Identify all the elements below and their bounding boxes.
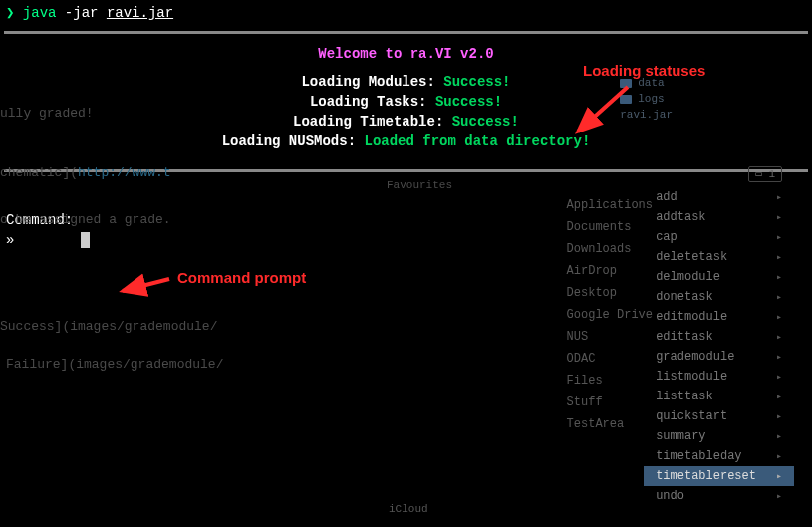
loading-status: Success! [443,74,510,90]
ghost-text: ully graded! [0,106,94,121]
chevron-right-icon: ▸ [776,271,782,283]
chevron-right-icon: ▸ [776,251,782,263]
loading-row: Loading Timetable: Success! [0,112,812,132]
svg-line-1 [578,87,628,132]
ghost-menu-item: grademodule▸ [644,347,794,367]
chevron-right-icon: ▸ [776,291,782,303]
chevron-right-icon: ▸ [776,450,782,462]
loading-label: Loading Tasks: [310,94,427,110]
ghost-menu-item: summary▸ [644,426,794,446]
loading-row: Loading Tasks: Success! [0,92,812,112]
loading-status: Success! [452,114,519,130]
svg-line-3 [123,279,169,291]
ghost-menu-item-highlighted: timetablereset▸ [644,466,794,486]
ghost-favourites-label: Favourites [387,179,452,191]
loading-label: Loading NUSMods: [222,133,356,149]
ghost-menu-item: timetableday▸ [644,446,794,466]
ghost-text: Success](images/grademodule/ [0,319,217,334]
command-flag: -jar [65,5,99,21]
annotation-command-prompt: Command prompt [177,269,306,286]
chevron-right-icon: ▸ [776,311,782,323]
chevron-right-icon: ▸ [776,430,782,442]
chevron-right-icon: ▸ [776,191,782,203]
command-prompt-symbol: » [6,232,14,248]
ghost-menu-item: listtask▸ [644,387,794,406]
ghost-menu-item: addtask▸ [644,207,794,227]
loading-status-block: Loading Modules: Success! Loading Tasks:… [0,72,812,151]
loading-row: Loading NUSMods: Loaded from data direct… [0,132,812,151]
loading-status: Success! [435,94,502,110]
ghost-text: Failure](images/grademodule/ [6,357,223,372]
command-jar-file: ravi.jar [107,5,173,21]
command-invocation-line: ❯ java -jar ravi.jar [0,0,812,25]
cursor [81,232,90,248]
ghost-menu-item: listmodule▸ [644,367,794,387]
ghost-menu-item: editmodule▸ [644,307,794,327]
ghost-menu-item: edittask▸ [644,327,794,347]
ghost-menu-item: quickstart▸ [644,406,794,426]
ghost-menu-item: cap▸ [644,227,794,247]
ghost-menu-item: add▸ [644,187,794,207]
chevron-right-icon: ▸ [776,490,782,502]
chevron-right-icon: ▸ [776,410,782,422]
chevron-right-icon: ▸ [776,211,782,223]
loading-label: Loading Modules: [301,74,434,90]
shell-prompt-symbol: ❯ [6,5,14,21]
ghost-icloud-label: iCloud [389,503,428,515]
ghost-text: o be assigned a grade. [0,212,171,227]
ghost-menu-item: delmodule▸ [644,267,794,287]
horizontal-rule-top [4,31,808,34]
arrow-icon [568,82,638,141]
ghost-menu-item: undo▸ [644,486,794,506]
ghost-context-menu: add▸ addtask▸ cap▸ deletetask▸ delmodule… [644,187,794,506]
chevron-right-icon: ▸ [776,231,782,243]
ghost-text: chematic](http://www.t [0,165,171,180]
loading-label: Loading Timetable: [293,114,443,130]
annotation-loading-statuses: Loading statuses [583,62,705,79]
chevron-right-icon: ▸ [776,351,782,363]
command-executable: java [23,5,57,21]
chevron-right-icon: ▸ [776,470,782,482]
chevron-right-icon: ▸ [776,391,782,402]
chevron-right-icon: ▸ [776,331,782,343]
arrow-icon [115,271,174,301]
chevron-right-icon: ▸ [776,371,782,383]
ghost-menu-item: deletetask▸ [644,247,794,267]
loading-status: Loaded from data directory! [364,133,590,149]
ghost-menu-item: donetask▸ [644,287,794,307]
ghost-tab-indicator: ▭ 1 [748,167,782,180]
